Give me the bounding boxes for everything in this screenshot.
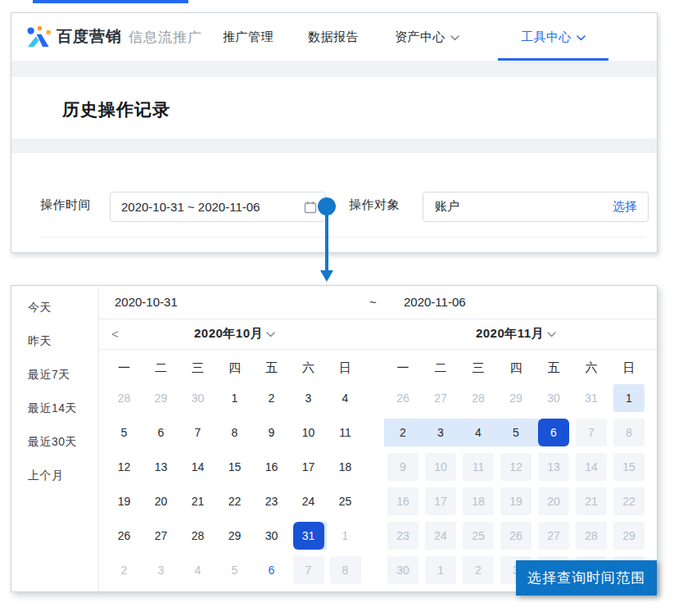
calendar-day[interactable]: 12 (106, 450, 142, 484)
calendar-day[interactable]: 4 (327, 381, 364, 415)
right-month-title[interactable]: 2020年11月 (384, 319, 648, 349)
calendar-day[interactable]: 17 (290, 450, 327, 484)
calendar-day[interactable]: 20 (142, 484, 179, 519)
date-picker-popup: 今天昨天最近7天最近14天最近30天上个月 2020-10-31 ~ 2020-… (11, 285, 658, 592)
calendar-day-number: 5 (219, 556, 251, 584)
calendar-day[interactable]: 11 (327, 415, 364, 450)
calendar-day-number: 27 (425, 384, 456, 412)
calendar-day[interactable]: 9 (253, 415, 290, 450)
calendar-day[interactable]: 4 (179, 553, 216, 587)
calendar-day: 26 (497, 519, 535, 553)
screenshot-root: 百度营销 信息流推广 推广管理数据报告资产中心工具中心 历史操作记录 操作时间 … (0, 0, 683, 616)
left-month-title[interactable]: 2020年10月 (106, 319, 364, 349)
calendar-day[interactable]: 31 (572, 381, 610, 415)
shortcut-item[interactable]: 上个月 (11, 459, 98, 492)
nav-item-1[interactable]: 推广管理 (223, 13, 274, 61)
weekday-header: 四 (216, 355, 253, 381)
calendar-day[interactable]: 18 (327, 450, 364, 484)
shortcut-item[interactable]: 昨天 (11, 324, 98, 358)
calendar-day[interactable]: 24 (290, 484, 327, 519)
calendar-day[interactable]: 2 (106, 553, 142, 587)
calendar-day[interactable]: 6 (535, 415, 572, 450)
calendar-day[interactable]: 1 (216, 381, 253, 415)
calendar-day[interactable]: 1 (610, 381, 648, 415)
calendar-day-number: 3 (425, 419, 456, 446)
calendar-day[interactable]: 27 (422, 381, 459, 415)
select-link[interactable]: 选择 (613, 199, 637, 215)
calendar-day[interactable]: 21 (179, 484, 216, 519)
calendar-day-number: 8 (330, 556, 361, 584)
calendar-day[interactable]: 29 (497, 381, 535, 415)
calendar-day[interactable]: 8 (216, 415, 253, 450)
calendar-day[interactable]: 10 (290, 415, 327, 450)
calendar-day[interactable]: 5 (497, 415, 535, 450)
calendar-day[interactable]: 28 (179, 519, 216, 553)
calendar-day[interactable]: 23 (253, 484, 290, 519)
picker-end-date[interactable]: 2020-11-06 (404, 286, 466, 319)
calendar-day[interactable]: 5 (106, 415, 142, 450)
nav-item-2[interactable]: 数据报告 (308, 13, 359, 61)
calendar-day-number: 26 (109, 522, 140, 550)
calendar-day[interactable]: 29 (142, 381, 179, 415)
calendar-day[interactable]: 14 (179, 450, 216, 484)
calendar-day[interactable]: 30 (253, 519, 290, 553)
calendar-day[interactable]: 28 (459, 381, 497, 415)
calendar-day-number: 2 (109, 556, 140, 584)
calendar-day[interactable]: 19 (106, 484, 142, 519)
weekday-header: 二 (422, 355, 459, 381)
calendar-day-number: 22 (613, 487, 645, 515)
calendar-day-number: 10 (293, 419, 324, 446)
calendar-day[interactable]: 26 (384, 381, 422, 415)
shortcut-item[interactable]: 今天 (11, 291, 98, 324)
calendar-october: 一二三四五六日282930123456789101112131415161718… (106, 355, 364, 587)
calendar-day[interactable]: 15 (216, 450, 253, 484)
calendar-day[interactable]: 27 (142, 519, 179, 553)
calendar-day[interactable]: 16 (253, 450, 290, 484)
calendar-icon (304, 201, 317, 214)
calendar-day[interactable]: 6 (253, 553, 290, 587)
calendar-day[interactable]: 6 (142, 415, 179, 450)
calendar-day-number: 28 (463, 384, 494, 412)
calendar-day: 13 (535, 450, 572, 484)
calendar-day[interactable]: 4 (459, 415, 497, 450)
calendar-day[interactable]: 31 (290, 519, 327, 553)
nav-item-3[interactable]: 资产中心 (395, 13, 459, 61)
top-accent-bar (33, 0, 188, 3)
date-range-input[interactable]: 2020-10-31 ~ 2020-11-06 (110, 192, 326, 222)
calendar-day[interactable]: 28 (106, 381, 142, 415)
calendar-day[interactable]: 30 (535, 381, 572, 415)
calendar-day-number: 4 (330, 384, 361, 412)
calendar-day[interactable]: 2 (384, 415, 422, 450)
calendar-day[interactable]: 3 (290, 381, 327, 415)
calendar-day-number: 29 (613, 522, 645, 550)
calendar-day[interactable]: 25 (327, 484, 364, 519)
calendar-day[interactable]: 22 (216, 484, 253, 519)
weekday-header: 六 (290, 355, 327, 381)
calendar-day[interactable]: 7 (179, 415, 216, 450)
calendar-day[interactable]: 13 (142, 450, 179, 484)
calendar-day-number: 15 (219, 453, 251, 481)
calendar-day-number: 13 (538, 453, 569, 481)
calendar-day: 29 (610, 519, 648, 553)
calendar-day[interactable]: 3 (142, 553, 179, 587)
divider-band (11, 138, 657, 153)
divider (40, 237, 645, 238)
shortcut-item[interactable]: 最近14天 (11, 392, 98, 425)
calendar-day[interactable]: 29 (216, 519, 253, 553)
calendar-day-number: 9 (256, 419, 287, 446)
shortcut-item[interactable]: 最近7天 (11, 358, 98, 392)
calendar-day[interactable]: 3 (422, 415, 459, 450)
nav-item-4[interactable]: 工具中心 (498, 13, 608, 61)
calendar-day[interactable]: 26 (106, 519, 142, 553)
picker-month-header: < 2020年10月 2020年11月 (99, 319, 657, 350)
calendar-day[interactable]: 2 (253, 381, 290, 415)
calendar-day[interactable]: 5 (216, 553, 253, 587)
calendar-day-number: 27 (146, 522, 177, 550)
picker-start-date[interactable]: 2020-10-31 (115, 286, 178, 319)
calendar-day: 28 (572, 519, 610, 553)
calendar-day[interactable]: 30 (179, 381, 216, 415)
calendar-day[interactable]: 1 (327, 519, 364, 553)
object-input[interactable]: 账户 选择 (423, 192, 649, 222)
shortcut-item[interactable]: 最近30天 (11, 425, 98, 459)
calendar-day-number: 28 (109, 384, 140, 412)
